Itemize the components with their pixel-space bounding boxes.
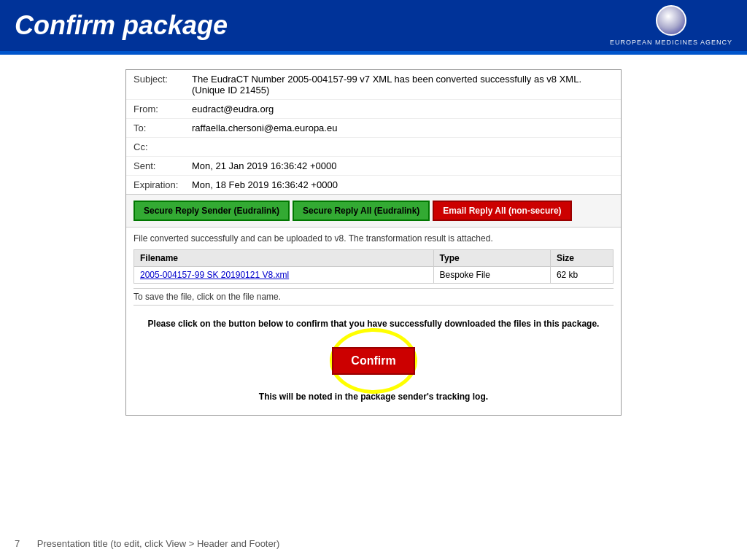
logo-icon [656, 5, 686, 36]
confirm-section: Please click on the button below to conf… [133, 311, 614, 409]
secure-reply-all-button[interactable]: Secure Reply All (Eudralink) [293, 201, 430, 221]
confirm-note: This will be noted in the package sender… [141, 392, 606, 402]
email-row-from: From: eudract@eudra.org [126, 100, 621, 119]
email-body: File converted successfully and can be u… [126, 228, 621, 415]
page-title: Confirm package [15, 10, 228, 41]
subject-value: The EudraCT Number 2005-004157-99 v7 XML… [192, 74, 614, 96]
from-label: From: [133, 104, 192, 114]
email-row-cc: Cc: [126, 138, 621, 157]
file-table: Filename Type Size 2005-004157-99 SK 201… [133, 249, 614, 284]
page-number: 7 [15, 538, 20, 549]
header: Confirm package EUROPEAN MEDICINES AGENC… [0, 0, 747, 51]
main-content: Subject: The EudraCT Number 2005-004157-… [0, 55, 747, 430]
confirm-button[interactable]: Confirm [332, 347, 414, 375]
table-row: 2005-004157-99 SK 20190121 V8.xml Bespok… [134, 267, 614, 284]
file-type: Bespoke File [433, 267, 550, 284]
file-link[interactable]: 2005-004157-99 SK 20190121 V8.xml [140, 270, 289, 280]
logo: EUROPEAN MEDICINES AGENCY [610, 5, 732, 46]
action-buttons: Secure Reply Sender (Eudralink) Secure R… [126, 195, 621, 228]
email-panel: Subject: The EudraCT Number 2005-004157-… [125, 69, 622, 416]
expiration-label: Expiration: [133, 179, 192, 190]
conversion-notice: File converted successfully and can be u… [133, 233, 614, 244]
col-type: Type [433, 250, 550, 267]
from-value: eudract@eudra.org [192, 104, 274, 114]
subject-label: Subject: [133, 74, 192, 96]
to-label: To: [133, 122, 192, 133]
footer: 7 Presentation title (to edit, click Vie… [15, 538, 279, 549]
secure-reply-sender-button[interactable]: Secure Reply Sender (Eudralink) [133, 201, 290, 221]
email-row-subject: Subject: The EudraCT Number 2005-004157-… [126, 70, 621, 100]
file-size: 62 kb [550, 267, 613, 284]
presentation-title: Presentation title (to edit, click View … [37, 538, 280, 549]
confirm-highlight: Confirm [317, 336, 429, 386]
cc-label: Cc: [133, 141, 192, 152]
sent-label: Sent: [133, 160, 192, 171]
email-row-expiration: Expiration: Mon, 18 Feb 2019 16:36:42 +0… [126, 176, 621, 194]
col-filename: Filename [134, 250, 434, 267]
expiration-value: Mon, 18 Feb 2019 16:36:42 +0000 [192, 179, 338, 190]
col-size: Size [550, 250, 613, 267]
email-headers: Subject: The EudraCT Number 2005-004157-… [126, 70, 621, 195]
logo-text: EUROPEAN MEDICINES AGENCY [610, 39, 732, 46]
save-notice: To save the file, click on the file name… [133, 288, 614, 306]
sent-value: Mon, 21 Jan 2019 16:36:42 +0000 [192, 160, 336, 171]
confirm-instruction: Please click on the button below to conf… [141, 319, 606, 329]
email-reply-all-button[interactable]: Email Reply All (non-secure) [433, 201, 571, 221]
email-row-sent: Sent: Mon, 21 Jan 2019 16:36:42 +0000 [126, 157, 621, 176]
to-value: raffaella.chersoni@ema.europa.eu [192, 122, 337, 133]
email-row-to: To: raffaella.chersoni@ema.europa.eu [126, 119, 621, 138]
